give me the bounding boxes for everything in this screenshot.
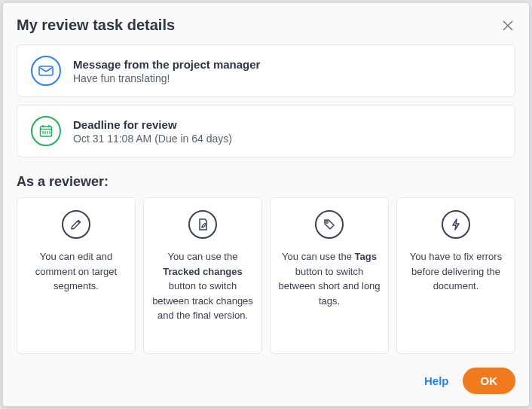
tip-edit: You can edit and comment on target segme… [17,197,136,354]
help-link[interactable]: Help [424,374,449,387]
message-title: Message from the project manager [73,58,501,71]
pencil-icon [62,210,90,239]
deadline-text: Deadline for review Oct 31 11:08 AM (Due… [73,118,501,145]
tip-fix-errors: You have to fix errors before delivering… [396,197,515,354]
tracked-changes-icon [188,210,217,239]
calendar-icon [31,116,61,146]
dialog-title: My review task details [17,17,175,34]
tip-tags-text: You can use the Tags button to switch be… [278,249,381,308]
message-card: Message from the project manager Have fu… [17,44,515,97]
svg-point-12 [326,221,329,224]
svg-rect-2 [39,66,53,75]
dialog-header: My review task details [17,17,515,34]
tip-tags: You can use the Tags button to switch be… [270,197,389,354]
deadline-title: Deadline for review [73,118,501,131]
envelope-icon [31,56,61,86]
tips-row: You can edit and comment on target segme… [17,197,515,354]
deadline-body: Oct 31 11:08 AM (Due in 64 days) [73,133,501,145]
deadline-card: Deadline for review Oct 31 11:08 AM (Due… [17,105,515,157]
review-task-dialog: My review task details Message from the … [2,2,530,407]
tip-tracked-text: You can use the Tracked changes button t… [151,249,254,323]
close-icon [503,20,513,31]
ok-button[interactable]: OK [463,368,516,394]
close-button[interactable] [500,18,515,33]
dialog-footer: Help OK [17,368,515,394]
tip-tracked-changes: You can use the Tracked changes button t… [143,197,262,354]
message-body: Have fun translating! [73,72,501,84]
tip-edit-text: You can edit and comment on target segme… [25,249,127,294]
lightning-icon [442,210,470,239]
tip-fix-text: You have to fix errors before delivering… [405,249,507,294]
message-text: Message from the project manager Have fu… [73,58,501,84]
tag-icon [315,210,344,239]
reviewer-section-label: As a reviewer: [17,174,515,190]
